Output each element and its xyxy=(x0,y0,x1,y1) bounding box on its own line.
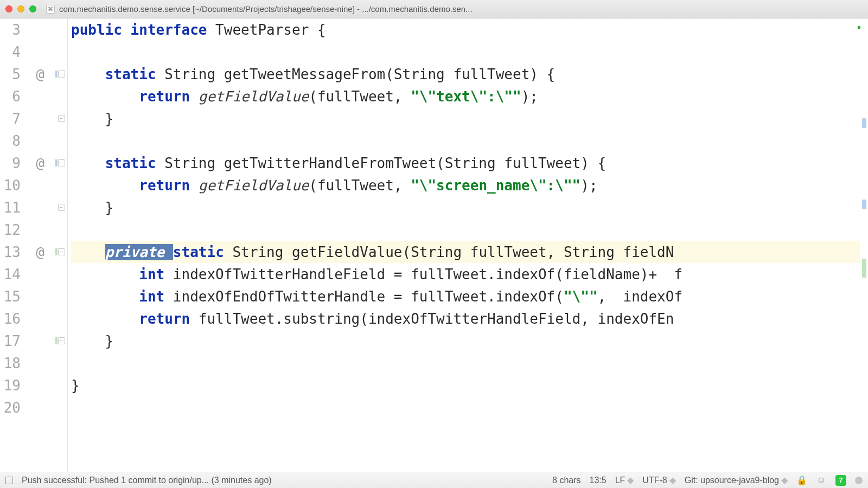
gutter-line[interactable]: 8 xyxy=(0,130,67,152)
code-line[interactable]: } xyxy=(71,374,860,396)
overview-mark[interactable] xyxy=(862,200,866,209)
editor-content[interactable]: public interface TweetParser { static St… xyxy=(68,18,860,472)
code-line[interactable]: private static String getFieldValue(Stri… xyxy=(71,241,860,263)
gutter-line[interactable]: 9@− xyxy=(0,152,67,174)
editor-gutter[interactable]: 345@−67−89@−1011−1213@−14151617−181920 xyxy=(0,18,68,472)
overview-mark[interactable] xyxy=(862,118,866,128)
token-plain: ); xyxy=(580,177,597,194)
gutter-line[interactable]: 3 xyxy=(0,18,67,41)
code-line[interactable] xyxy=(71,219,860,241)
fold-region[interactable]: − xyxy=(55,204,67,211)
code-line[interactable]: static String getTweetMessageFrom(String… xyxy=(71,63,860,85)
tool-window-icon[interactable] xyxy=(5,477,13,484)
gutter-line[interactable]: 12 xyxy=(0,219,67,241)
line-number: 11 xyxy=(0,200,25,216)
code-line[interactable]: int indexOfEndOfTwitterHandle = fullTwee… xyxy=(71,285,860,307)
maximize-icon[interactable] xyxy=(29,5,36,12)
notifications-count: 7 xyxy=(839,476,843,484)
line-number: 8 xyxy=(0,133,25,149)
token-plain xyxy=(71,155,105,171)
overview-mark[interactable] xyxy=(862,259,866,268)
gutter-line[interactable]: 5@− xyxy=(0,63,67,85)
status-git-label: Git: upsource-java9-blog xyxy=(685,476,779,485)
code-line[interactable]: static String getTwitterHandleFromTweet(… xyxy=(71,152,860,174)
overview-mark[interactable] xyxy=(862,268,866,278)
token-plain: } xyxy=(71,200,113,216)
token-plain: TweetParser { xyxy=(207,22,326,38)
token-plain: indexOfTwitterHandleField = fullTweet.in… xyxy=(164,266,682,282)
fold-region[interactable]: − xyxy=(55,337,67,344)
fold-expand-icon[interactable]: − xyxy=(58,204,65,211)
status-git-branch[interactable]: Git: upsource-java9-blog ◆ xyxy=(685,475,788,485)
file-icon: ⌘ xyxy=(46,5,55,14)
code-editor[interactable]: ✔ 345@−67−89@−1011−1213@−14151617−181920… xyxy=(0,18,868,472)
gutter-line[interactable]: 19 xyxy=(0,374,67,396)
token-plain: fullTweet.substring(indexOfTwitterHandle… xyxy=(190,311,674,327)
gutter-line[interactable]: 18 xyxy=(0,352,67,374)
code-line[interactable]: return getFieldValue(fullTweet, "\"scree… xyxy=(71,174,860,196)
code-line[interactable]: int indexOfTwitterHandleField = fullTwee… xyxy=(71,263,860,285)
token-kw: interface xyxy=(131,22,207,38)
fold-expand-icon[interactable]: − xyxy=(58,337,65,344)
hector-icon[interactable]: ☺ xyxy=(816,475,827,486)
code-line[interactable]: return fullTweet.substring(indexOfTwitte… xyxy=(71,307,860,330)
code-line[interactable]: return getFieldValue(fullTweet, "\"text\… xyxy=(71,85,860,107)
token-plain xyxy=(71,66,105,82)
token-plain xyxy=(71,311,139,327)
token-plain xyxy=(71,177,139,194)
token-plain: } xyxy=(71,377,80,394)
fold-region[interactable]: − xyxy=(55,248,67,255)
code-line[interactable]: } xyxy=(71,107,860,130)
fold-collapse-icon[interactable]: − xyxy=(58,159,65,166)
process-indicator-icon[interactable] xyxy=(855,477,863,484)
traffic-lights xyxy=(5,5,36,12)
gutter-line[interactable]: 11− xyxy=(0,196,67,219)
code-line[interactable] xyxy=(71,41,860,63)
line-number: 15 xyxy=(0,288,25,305)
code-line[interactable] xyxy=(71,396,860,419)
token-str: "\"screen_name\":\"" xyxy=(411,177,580,194)
code-line[interactable] xyxy=(71,130,860,152)
fold-expand-icon[interactable]: − xyxy=(58,115,65,122)
status-encoding[interactable]: UTF-8 ◆ xyxy=(642,475,675,485)
code-line[interactable] xyxy=(71,352,860,374)
token-plain: indexOfEndOfTwitterHandle = fullTweet.in… xyxy=(164,288,564,305)
token-str: "\"" xyxy=(564,288,598,305)
overview-ruler[interactable] xyxy=(860,18,868,472)
code-line[interactable]: } xyxy=(71,196,860,219)
token-call-i: getFieldValue xyxy=(199,88,309,105)
code-line[interactable]: } xyxy=(71,330,860,352)
minimize-icon[interactable] xyxy=(17,5,24,12)
gutter-line[interactable]: 13@− xyxy=(0,241,67,263)
gutter-line[interactable]: 17− xyxy=(0,330,67,352)
gutter-line[interactable]: 16 xyxy=(0,307,67,330)
fold-region[interactable]: − xyxy=(55,115,67,122)
gutter-line[interactable]: 14 xyxy=(0,263,67,285)
gutter-annotation: @ xyxy=(25,244,55,260)
token-plain xyxy=(71,266,139,282)
fold-region[interactable]: − xyxy=(55,159,67,166)
line-number: 18 xyxy=(0,355,25,371)
gutter-line[interactable]: 7− xyxy=(0,107,67,130)
gutter-line[interactable]: 6 xyxy=(0,85,67,107)
close-icon[interactable] xyxy=(5,5,12,12)
status-caret[interactable]: 13:5 xyxy=(590,476,607,485)
fold-region[interactable]: − xyxy=(55,70,67,78)
token-kw: int xyxy=(139,288,164,305)
gutter-line[interactable]: 20 xyxy=(0,396,67,419)
gutter-line[interactable]: 4 xyxy=(0,41,67,63)
status-line-separator[interactable]: LF ◆ xyxy=(615,475,634,485)
lock-icon[interactable]: 🔒 xyxy=(796,475,807,485)
code-line[interactable]: public interface TweetParser { xyxy=(71,18,860,41)
token-kw: static xyxy=(105,155,156,171)
notifications-badge[interactable]: 7 xyxy=(835,475,846,486)
token-plain: String getTweetMessageFrom(String fullTw… xyxy=(156,66,556,82)
gutter-line[interactable]: 10 xyxy=(0,174,67,196)
fold-collapse-icon[interactable]: − xyxy=(58,70,65,78)
gutter-line[interactable]: 15 xyxy=(0,285,67,307)
token-kw: static xyxy=(105,66,156,82)
line-number: 7 xyxy=(0,111,25,127)
status-line-separator-label: LF xyxy=(615,476,626,485)
status-message: Push successful: Pushed 1 commit to orig… xyxy=(22,476,272,485)
fold-collapse-icon[interactable]: − xyxy=(58,248,65,255)
